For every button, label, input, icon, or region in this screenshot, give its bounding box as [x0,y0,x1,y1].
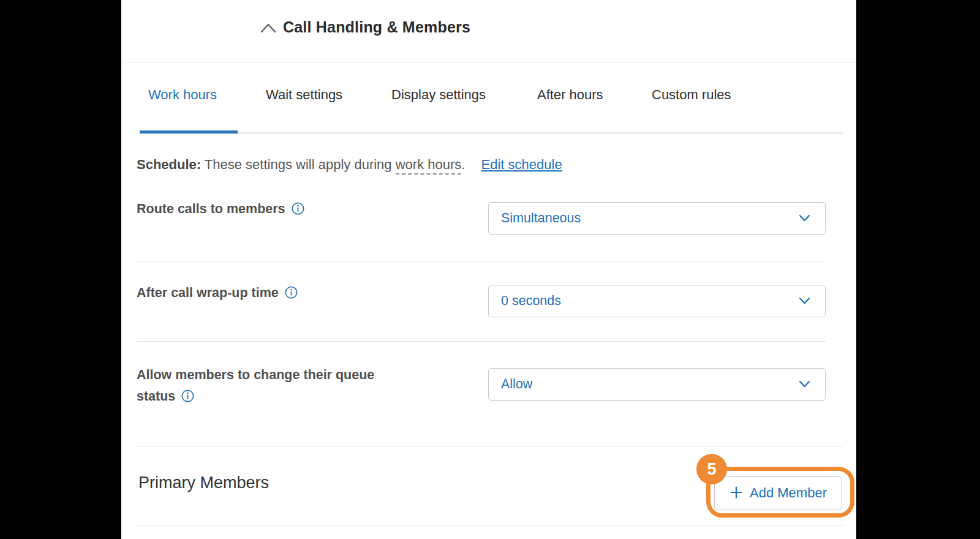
tab-display-settings[interactable]: Display settings [391,87,486,103]
primary-members-heading: Primary Members [138,473,269,492]
chevron-down-icon [799,379,810,390]
work-hours-tooltip-term[interactable]: work hours [396,157,462,175]
tab-custom-rules[interactable]: Custom rules [652,87,731,103]
section-title: Call Handling & Members [283,18,470,36]
annotation-step-badge: 5 [696,454,727,484]
chevron-up-icon[interactable] [260,23,276,36]
route-calls-dropdown[interactable]: Simultaneous [488,202,826,235]
wrap-up-time-value: 0 seconds [501,293,799,309]
row-divider [137,341,826,342]
tab-after-hours[interactable]: After hours [537,87,603,103]
route-calls-value: Simultaneous [501,211,799,226]
plus-icon [729,486,743,501]
queue-status-value: Allow [501,377,799,392]
chevron-down-icon [799,213,810,224]
tab-wait-settings[interactable]: Wait settings [266,87,342,103]
bottom-divider [137,525,843,526]
schedule-line: Schedule: These settings will apply duri… [137,157,562,173]
wrap-up-time-label: After call wrap-up time [137,282,298,306]
row-divider [137,261,826,262]
wrap-up-time-dropdown[interactable]: 0 seconds [488,285,826,317]
content-panel: Call Handling & Members Work hours Wait … [121,0,856,539]
info-icon[interactable] [292,200,304,222]
queue-status-label: Allow members to change their queue stat… [137,364,412,410]
add-member-button[interactable]: Add Member [714,476,842,510]
page-background: Call Handling & Members Work hours Wait … [0,0,980,539]
chevron-down-icon [799,296,810,307]
tab-work-hours[interactable]: Work hours [148,87,217,103]
queue-status-dropdown[interactable]: Allow [488,368,826,401]
header-divider [121,62,856,63]
section-divider [137,447,843,447]
info-icon[interactable] [285,284,298,306]
schedule-label: Schedule: [137,157,201,172]
route-calls-label: Route calls to members [137,198,304,222]
active-tab-underline [140,130,238,134]
info-icon[interactable] [181,388,194,409]
schedule-text: These settings will apply during [205,157,392,172]
add-member-label: Add Member [750,485,827,501]
edit-schedule-link[interactable]: Edit schedule [481,157,562,172]
tab-baseline [140,132,843,134]
